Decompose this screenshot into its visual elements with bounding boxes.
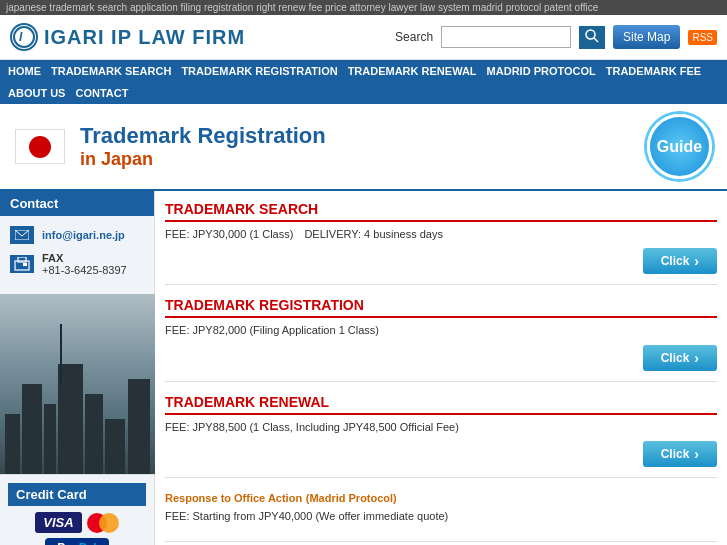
nav-madrid-protocol[interactable]: MADRID PROTOCOL (487, 65, 596, 77)
service-reg-title: TRADEMARK REGISTRATION (165, 297, 717, 318)
logo-text: IGARI IP LAW FIRM (44, 26, 245, 49)
credit-card-section: Credit Card VISA PayPal (0, 474, 154, 545)
renewal-click-button[interactable]: Click › (643, 441, 717, 467)
rss-icon: RSS (688, 30, 717, 45)
mastercard-logo (87, 513, 119, 533)
reg-click-arrow: › (694, 350, 699, 366)
search-click-button[interactable]: Click › (643, 248, 717, 274)
sidebar: Contact info@igari.ne.jp (0, 191, 155, 545)
hero-subtitle: in Japan (80, 149, 632, 170)
guide-badge[interactable]: Guide (647, 114, 712, 179)
visa-mastercard-row: VISA (8, 512, 146, 533)
reg-click-label: Click (661, 351, 690, 365)
guide-label: Guide (657, 138, 702, 156)
svg-rect-7 (23, 263, 27, 266)
email-icon (10, 226, 34, 244)
service-trademark-renewal: TRADEMARK RENEWAL FEE: JPY88,500 (1 Clas… (165, 394, 717, 478)
svg-line-3 (594, 38, 598, 42)
service-search-fee: FEE: JPY30,000 (1 Class) DELIVERY: 4 bus… (165, 227, 717, 242)
building-6 (85, 394, 103, 474)
search-click-arrow: › (694, 253, 699, 269)
paypal-pal: Pal (79, 541, 97, 545)
header: I IGARI IP LAW FIRM Search Site Map RSS (0, 15, 727, 60)
search-icon (585, 29, 599, 43)
paypal-logo: PayPal (45, 538, 108, 545)
visa-logo: VISA (35, 512, 81, 533)
tower (60, 324, 62, 384)
header-right: Search Site Map RSS (395, 25, 717, 49)
sidebar-city-image (0, 294, 155, 474)
fax-number: +81-3-6425-8397 (42, 264, 127, 276)
logo-svg: I (13, 26, 35, 48)
mc-right-circle (99, 513, 119, 533)
renewal-click-arrow: › (694, 446, 699, 462)
office-title-suffix: (Madrid Protocol) (306, 492, 397, 504)
fax-label: FAX (42, 252, 127, 264)
building-7 (105, 419, 125, 474)
credit-card-header: Credit Card (8, 483, 146, 506)
nav-trademark-renewal[interactable]: TRADEMARK RENEWAL (348, 65, 477, 77)
nav-home[interactable]: HOME (8, 65, 41, 77)
contact-header: Contact (0, 191, 154, 216)
service-search-title: TRADEMARK SEARCH (165, 201, 717, 222)
service-office-action: Response to Office Action (Madrid Protoc… (165, 490, 717, 541)
service-trademark-search: TRADEMARK SEARCH FEE: JPY30,000 (1 Class… (165, 201, 717, 285)
office-title-main: Response to Office Action (165, 492, 302, 504)
fax-row: FAX +81-3-6425-8397 (10, 252, 144, 276)
building-3 (10, 434, 20, 474)
service-reg-fee: FEE: JPY82,000 (Filing Application 1 Cla… (165, 323, 717, 338)
svg-point-0 (14, 27, 34, 47)
meta-bar: japanese trademark search application fi… (0, 0, 727, 15)
japan-flag (15, 129, 65, 164)
search-input[interactable] (441, 26, 571, 48)
paypal-row: PayPal (8, 538, 146, 545)
building-8 (128, 379, 150, 474)
meta-text: japanese trademark search application fi… (6, 2, 598, 13)
nav-about-us[interactable]: ABOUT US (8, 87, 65, 99)
building-4 (44, 404, 56, 474)
svg-text:I: I (19, 30, 23, 44)
search-button[interactable] (579, 26, 605, 49)
nav-contact[interactable]: CONTACT (75, 87, 128, 99)
email-row: info@igari.ne.jp (10, 226, 144, 244)
nav-trademark-fee[interactable]: TRADEMARK FEE (606, 65, 701, 77)
main: Contact info@igari.ne.jp (0, 191, 727, 545)
fax-info: FAX +81-3-6425-8397 (42, 252, 127, 276)
logo-icon: I (10, 23, 38, 51)
envelope-icon (15, 230, 29, 240)
building-2 (22, 384, 42, 474)
fax-icon (10, 255, 34, 273)
service-office-fee: FEE: Starting from JPY40,000 (We offer i… (165, 509, 717, 524)
service-renewal-fee: FEE: JPY88,500 (1 Class, Including JPY48… (165, 420, 717, 435)
service-office-title: Response to Office Action (Madrid Protoc… (165, 490, 717, 505)
hero-title: Trademark Registration in Japan (80, 123, 632, 170)
nav-trademark-registration[interactable]: TRADEMARK REGISTRATION (181, 65, 337, 77)
search-click-label: Click (661, 254, 690, 268)
city-scene (0, 294, 155, 474)
logo: I IGARI IP LAW FIRM (10, 23, 245, 51)
contact-info: info@igari.ne.jp FAX +81-3-6425-8397 (0, 216, 154, 294)
service-trademark-registration: TRADEMARK REGISTRATION FEE: JPY82,000 (F… (165, 297, 717, 381)
nav-bar: HOME TRADEMARK SEARCH TRADEMARK REGISTRA… (0, 60, 727, 104)
service-renewal-title: TRADEMARK RENEWAL (165, 394, 717, 415)
flag-circle (29, 136, 51, 158)
hero-main-title: Trademark Registration (80, 123, 632, 149)
hero: Trademark Registration in Japan Guide (0, 104, 727, 191)
nav-trademark-search[interactable]: TRADEMARK SEARCH (51, 65, 171, 77)
registration-click-button[interactable]: Click › (643, 345, 717, 371)
renewal-click-label: Click (661, 447, 690, 461)
content: TRADEMARK SEARCH FEE: JPY30,000 (1 Class… (155, 191, 727, 545)
svg-point-2 (586, 30, 595, 39)
email-link[interactable]: info@igari.ne.jp (42, 229, 125, 241)
search-label: Search (395, 30, 433, 44)
sitemap-button[interactable]: Site Map (613, 25, 680, 49)
fax-device-icon (14, 257, 30, 271)
